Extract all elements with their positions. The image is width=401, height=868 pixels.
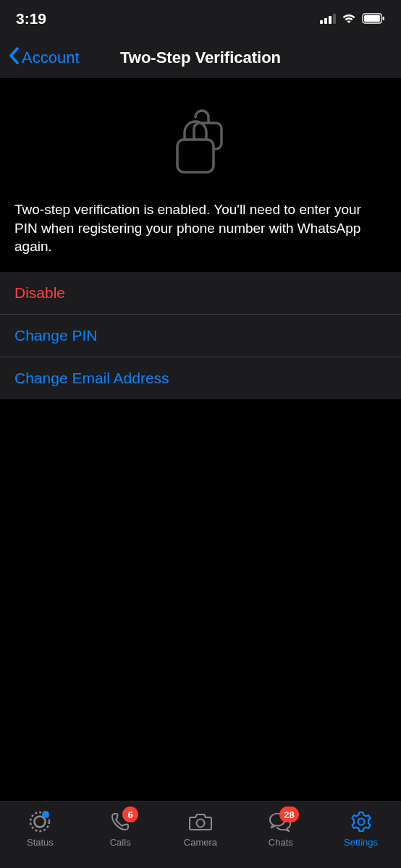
svg-rect-3 [333,14,336,24]
svg-point-11 [196,820,204,827]
tab-camera[interactable]: Camera [161,809,241,848]
cellular-icon [320,10,336,27]
tab-label: Chats [269,837,293,848]
svg-rect-5 [364,15,380,22]
tab-label: Camera [184,837,217,848]
settings-icon [349,809,373,834]
tab-bar: Status 6 Calls Camera 28 Chat [0,801,401,868]
camera-icon [188,809,213,834]
tab-label: Calls [110,837,131,848]
content: Two-step verification is enabled. You'll… [0,78,401,801]
actions-list: Disable Change PIN Change Email Address [0,272,401,399]
status-right [320,10,385,27]
svg-rect-8 [177,140,214,172]
tab-status[interactable]: Status [0,809,80,848]
nav-header: Account Two-Step Verification [0,38,401,78]
chats-icon: 28 [269,809,293,834]
lock-icon [166,107,235,179]
tab-label: Settings [344,837,378,848]
calls-icon: 6 [108,809,132,834]
calls-badge: 6 [122,807,138,822]
tab-label: Status [27,837,54,848]
svg-rect-2 [329,16,332,24]
svg-rect-1 [324,18,327,24]
wifi-icon [341,10,357,27]
status-bar: 3:19 [0,0,401,38]
disable-button[interactable]: Disable [0,272,401,314]
status-icon [28,809,52,834]
status-time: 3:19 [16,10,46,27]
back-button[interactable]: Account [9,47,80,69]
svg-point-13 [358,819,364,825]
battery-icon [362,10,385,27]
svg-rect-6 [383,17,385,20]
lock-illustration [0,78,401,200]
chevron-left-icon [9,47,19,69]
page-title: Two-Step Verification [120,48,281,67]
change-pin-button[interactable]: Change PIN [0,314,401,357]
tab-calls[interactable]: 6 Calls [80,809,161,848]
tab-chats[interactable]: 28 Chats [240,809,321,848]
description-text: Two-step verification is enabled. You'll… [0,200,401,272]
chats-badge: 28 [279,807,298,822]
back-label: Account [22,48,80,67]
svg-rect-0 [320,20,323,24]
tab-settings[interactable]: Settings [321,809,401,848]
change-email-button[interactable]: Change Email Address [0,357,401,399]
